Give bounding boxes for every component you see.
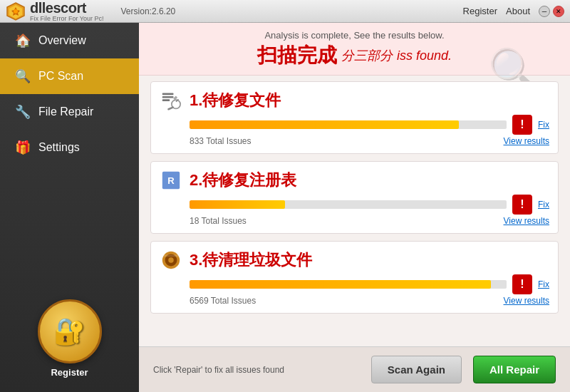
- file-repair-footer: 833 Total Issues View results: [190, 136, 549, 146]
- disk-title: 3.待清理垃圾文件: [190, 249, 549, 271]
- register-circle: 🔐: [38, 299, 102, 363]
- file-repair-issues: 833 Total Issues: [190, 136, 252, 146]
- brand-name-group: dllescort Fix File Error For Your Pc!: [30, 0, 104, 22]
- file-repair-view-results[interactable]: View results: [504, 136, 549, 146]
- scan-item-header-2: R 2.待修复注册表: [160, 169, 549, 192]
- window-controls: ─ ✕: [539, 6, 564, 17]
- file-repair-fix-link[interactable]: Fix: [538, 120, 549, 130]
- content-area: Analysis is complete, See the results be…: [139, 23, 570, 392]
- registry-progress-bg: [190, 200, 507, 209]
- scan-item-disk: 3.待清理垃圾文件 ! Fix 6569 Total Issues View r…: [150, 241, 559, 314]
- disk-bar-area: ! Fix: [190, 274, 549, 294]
- disk-fix-link[interactable]: Fix: [538, 279, 549, 289]
- sections-label: 分三部分: [341, 47, 393, 64]
- close-button[interactable]: ✕: [553, 6, 564, 17]
- svg-text:R: R: [167, 175, 175, 186]
- registry-title: 2.待修复注册表: [190, 170, 549, 191]
- registry-footer: 18 Total Issues View results: [190, 216, 549, 226]
- sidebar-pcscan-label: PC Scan: [38, 70, 83, 83]
- disk-issues: 6569 Total Issues: [190, 296, 256, 306]
- file-repair-progress-fill: [190, 120, 459, 129]
- wrench-icon: 🔧: [14, 104, 31, 120]
- all-repair-button[interactable]: All Repair: [473, 356, 556, 383]
- sidebar-settings-label: Settings: [38, 141, 80, 154]
- sidebar-filerepair-label: File Repair: [38, 105, 93, 118]
- results-title-area: 扫描完成 分三部分 iss found. 🔍: [153, 42, 556, 69]
- disk-svg-icon: [160, 249, 182, 271]
- brand-name: dllescort: [30, 0, 86, 16]
- file-repair-title: 1.待修复文件: [190, 90, 549, 111]
- sidebar: 🏠 Overview 🔍 PC Scan 🔧 File Repair 🎁 Set…: [0, 23, 139, 392]
- file-repair-icon: [160, 89, 182, 112]
- scan-again-button[interactable]: Scan Again: [371, 356, 462, 383]
- file-repair-alert-btn[interactable]: !: [512, 115, 532, 135]
- title-bar-right: Register About ─ ✕: [463, 6, 564, 17]
- scan-item-registry: R 2.待修复注册表 ! Fix 18 Total Issues View re…: [150, 161, 559, 234]
- search-icon: 🔍: [14, 68, 31, 84]
- registry-progress-fill: [190, 200, 285, 209]
- minimize-button[interactable]: ─: [539, 6, 550, 17]
- registry-alert-btn[interactable]: !: [512, 195, 532, 215]
- svg-rect-5: [162, 96, 174, 98]
- analysis-subtitle: Analysis is complete, See the results be…: [153, 30, 556, 41]
- svg-rect-4: [162, 93, 174, 96]
- registry-bar-area: ! Fix: [190, 195, 549, 215]
- main-layout: 🏠 Overview 🔍 PC Scan 🔧 File Repair 🎁 Set…: [0, 23, 570, 392]
- title-bar: dllescort Fix File Error For Your Pc! Ve…: [0, 0, 570, 23]
- disk-footer: 6569 Total Issues View results: [190, 296, 549, 306]
- scan-item-header-1: 1.待修复文件: [160, 89, 549, 112]
- svg-point-14: [168, 257, 174, 263]
- title-bar-left: dllescort Fix File Error For Your Pc! Ve…: [6, 0, 175, 22]
- bottom-bar: Click 'Repair' to fix all issues found S…: [139, 346, 570, 392]
- file-repair-bar-area: ! Fix: [190, 115, 549, 135]
- scan-item-header-3: 3.待清理垃圾文件: [160, 249, 549, 272]
- bottom-hint: Click 'Repair' to fix all issues found: [153, 365, 360, 375]
- sidebar-item-settings[interactable]: 🎁 Settings: [0, 130, 139, 165]
- sidebar-item-file-repair[interactable]: 🔧 File Repair: [0, 94, 139, 130]
- register-badge-label: Register: [51, 367, 88, 378]
- sidebar-item-pc-scan[interactable]: 🔍 PC Scan: [0, 58, 139, 94]
- register-badge[interactable]: 🔐 Register: [38, 299, 102, 378]
- registry-icon: R: [160, 169, 182, 192]
- disk-alert-btn[interactable]: !: [512, 274, 532, 294]
- svg-rect-15: [162, 255, 180, 257]
- disk-progress-fill: [190, 280, 491, 289]
- about-link[interactable]: About: [506, 6, 530, 16]
- brand-tagline: Fix File Error For Your Pc!: [30, 15, 104, 22]
- disk-view-results[interactable]: View results: [504, 296, 549, 306]
- results-header: Analysis is complete, See the results be…: [139, 23, 570, 76]
- registry-svg-icon: R: [160, 170, 182, 191]
- logo-icon: [6, 1, 26, 21]
- home-icon: 🏠: [14, 33, 31, 48]
- svg-rect-6: [162, 99, 170, 101]
- file-repair-progress-bg: [190, 120, 507, 129]
- registry-fix-link[interactable]: Fix: [538, 200, 549, 210]
- svg-point-3: [14, 9, 18, 14]
- register-link[interactable]: Register: [463, 6, 497, 16]
- sidebar-overview-label: Overview: [38, 34, 86, 47]
- disk-icon: [160, 249, 182, 272]
- version-label: Version:2.6.20: [121, 6, 176, 16]
- sidebar-item-overview[interactable]: 🏠 Overview: [0, 23, 139, 58]
- registry-issues: 18 Total Issues: [190, 216, 247, 226]
- app-logo: dllescort Fix File Error For Your Pc!: [6, 0, 104, 22]
- scan-complete-text: 扫描完成: [257, 42, 337, 69]
- scan-items-list: 1.待修复文件 ! Fix 833 Total Issues View resu…: [139, 76, 570, 346]
- disk-progress-bg: [190, 280, 507, 289]
- svg-line-8: [169, 108, 173, 110]
- scan-item-file-repair: 1.待修复文件 ! Fix 833 Total Issues View resu…: [150, 81, 559, 154]
- wrench-svg-icon: [161, 91, 181, 110]
- lock-icon: 🔐: [53, 316, 86, 346]
- settings-icon: 🎁: [14, 140, 31, 155]
- issues-label: iss found.: [397, 48, 452, 63]
- registry-view-results[interactable]: View results: [504, 216, 549, 226]
